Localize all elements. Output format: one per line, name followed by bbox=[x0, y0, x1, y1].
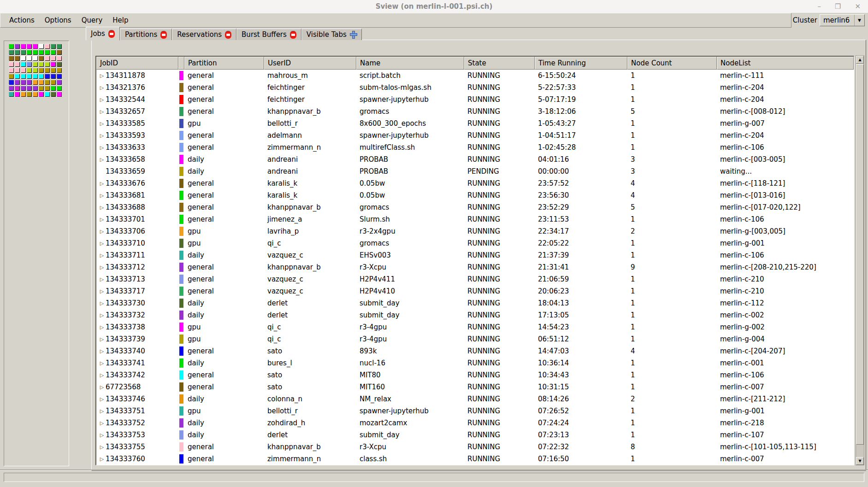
node-cell[interactable] bbox=[9, 56, 13, 60]
node-cell[interactable] bbox=[21, 50, 25, 54]
node-cell[interactable] bbox=[15, 56, 19, 60]
node-cell[interactable] bbox=[21, 86, 25, 90]
node-cell[interactable] bbox=[39, 50, 43, 54]
table-row[interactable]: ▷ 134333701 general jimenez_a Slurm.sh R… bbox=[96, 213, 854, 225]
node-cell[interactable] bbox=[33, 74, 37, 78]
node-cell[interactable] bbox=[39, 92, 43, 96]
node-cell[interactable] bbox=[39, 74, 43, 78]
node-cell[interactable] bbox=[33, 80, 37, 84]
node-cell[interactable] bbox=[45, 86, 49, 90]
node-cell[interactable] bbox=[27, 80, 31, 84]
node-cell[interactable] bbox=[15, 44, 19, 48]
column-header-name[interactable]: Name bbox=[356, 57, 464, 70]
node-cell[interactable] bbox=[45, 56, 49, 60]
minimize-icon[interactable]: – bbox=[817, 0, 821, 13]
node-cell[interactable] bbox=[27, 44, 31, 48]
scroll-down-icon[interactable]: ▼ bbox=[856, 457, 864, 465]
node-cell[interactable] bbox=[39, 86, 43, 90]
node-cell[interactable] bbox=[57, 56, 61, 60]
node-cell[interactable] bbox=[21, 62, 25, 66]
node-cell[interactable] bbox=[51, 86, 55, 90]
expander-icon[interactable]: ▷ bbox=[98, 73, 106, 79]
expander-icon[interactable]: ▷ bbox=[98, 336, 106, 342]
tab-burst-buffers[interactable]: Burst Buffers bbox=[236, 29, 301, 40]
table-row[interactable]: ▷ 134333751 gpu bellotti_r spawner-jupyt… bbox=[96, 405, 854, 417]
table-row[interactable]: ▷ 134333739 gpu qi_c r3-4gpu RUNNING 06:… bbox=[96, 333, 854, 345]
node-cell[interactable] bbox=[27, 62, 31, 66]
expander-icon[interactable]: ▷ bbox=[98, 181, 106, 187]
node-cell[interactable] bbox=[15, 74, 19, 78]
expander-icon[interactable]: ▷ bbox=[98, 241, 106, 246]
node-cell[interactable] bbox=[27, 56, 31, 60]
node-cell[interactable] bbox=[15, 50, 19, 54]
node-cell[interactable] bbox=[27, 68, 31, 72]
expander-icon[interactable]: ▷ bbox=[98, 205, 106, 211]
node-cell[interactable] bbox=[15, 80, 19, 84]
node-cell[interactable] bbox=[9, 80, 13, 84]
node-cell[interactable] bbox=[33, 92, 37, 96]
table-row[interactable]: ▷ 134333760 general zimmermann_n class.s… bbox=[96, 453, 854, 465]
tab-visible-tabs[interactable]: Visible Tabs bbox=[301, 29, 362, 40]
expander-icon[interactable]: ▷ bbox=[98, 133, 106, 139]
node-cell[interactable] bbox=[33, 56, 37, 60]
node-cell[interactable] bbox=[21, 68, 25, 72]
node-cell[interactable] bbox=[33, 62, 37, 66]
table-row[interactable]: ▷ 134333753 daily derlet submit_day RUNN… bbox=[96, 429, 854, 441]
node-cell[interactable] bbox=[27, 74, 31, 78]
node-cell[interactable] bbox=[57, 62, 61, 66]
table-row[interactable]: ▷ 134333755 general khanppnavar_b r3-Xcp… bbox=[96, 441, 854, 453]
close-icon[interactable]: ✕ bbox=[855, 0, 861, 13]
node-cell[interactable] bbox=[57, 86, 61, 90]
expander-icon[interactable]: ▷ bbox=[98, 312, 106, 318]
expander-icon[interactable]: ▷ bbox=[98, 109, 106, 115]
column-header-nodelist[interactable]: NodeList bbox=[717, 57, 854, 70]
tab-partitions[interactable]: Partitions bbox=[120, 29, 172, 40]
scrollbar-thumb[interactable] bbox=[856, 64, 864, 445]
table-row[interactable]: ▷ 134333681 general karalis_k 0.05bw RUN… bbox=[96, 189, 854, 201]
menu-item-options[interactable]: Options bbox=[40, 14, 77, 27]
expander-icon[interactable]: ▷ bbox=[98, 193, 106, 199]
expander-icon[interactable]: ▷ bbox=[98, 360, 106, 366]
menu-item-query[interactable]: Query bbox=[77, 14, 108, 27]
node-cell[interactable] bbox=[27, 92, 31, 96]
expander-icon[interactable]: ▷ bbox=[98, 145, 106, 151]
node-cell[interactable] bbox=[45, 62, 49, 66]
table-row[interactable]: ▷ 134333713 general vazquez_c H2P4v411 R… bbox=[96, 273, 854, 285]
node-cell[interactable] bbox=[39, 62, 43, 66]
table-row[interactable]: ▷ 134333732 daily derlet submit_day RUNN… bbox=[96, 309, 854, 321]
table-row[interactable]: ▷ 134333706 gpu lavriha_p r3-2x4gpu RUNN… bbox=[96, 225, 854, 237]
node-cell[interactable] bbox=[15, 92, 19, 96]
node-cell[interactable] bbox=[27, 50, 31, 54]
node-cell[interactable] bbox=[9, 92, 13, 96]
table-row[interactable]: ▷ 134333741 daily bures_l nucl-16 RUNNIN… bbox=[96, 357, 854, 369]
node-cell[interactable] bbox=[51, 44, 55, 48]
node-cell[interactable] bbox=[15, 86, 19, 90]
expander-icon[interactable]: ▷ bbox=[98, 217, 106, 223]
node-cell[interactable] bbox=[21, 92, 25, 96]
node-cell[interactable] bbox=[57, 92, 61, 96]
node-cell[interactable] bbox=[57, 50, 61, 54]
expander-icon[interactable]: ▷ bbox=[98, 348, 106, 354]
chevron-down-icon[interactable]: ▼ bbox=[854, 15, 864, 26]
table-row[interactable]: ▷ 134333633 general zimmermann_n multire… bbox=[96, 141, 854, 153]
node-cell[interactable] bbox=[39, 44, 43, 48]
expander-icon[interactable]: ▷ bbox=[98, 384, 106, 390]
table-row[interactable]: ▷ 134333740 general sato 893k RUNNING 14… bbox=[96, 345, 854, 357]
menu-item-actions[interactable]: Actions bbox=[4, 14, 40, 27]
expander-icon[interactable]: ▷ bbox=[98, 121, 106, 127]
node-cell[interactable] bbox=[45, 68, 49, 72]
table-row[interactable]: ▷ 134333717 general vazquez_c H2P4v410 R… bbox=[96, 285, 854, 297]
node-cell[interactable] bbox=[33, 68, 37, 72]
menu-item-help[interactable]: Help bbox=[107, 14, 133, 27]
expander-icon[interactable]: ▷ bbox=[98, 85, 106, 91]
node-cell[interactable] bbox=[9, 86, 13, 90]
node-cell[interactable] bbox=[39, 68, 43, 72]
node-cell[interactable] bbox=[51, 74, 55, 78]
node-cell[interactable] bbox=[33, 44, 37, 48]
expander-icon[interactable]: ▷ bbox=[98, 324, 106, 330]
table-row[interactable]: ▷ 134333593 general adelmann spawner-jup… bbox=[96, 129, 854, 141]
tab-reservations[interactable]: Reservations bbox=[172, 29, 236, 40]
table-row[interactable]: ▷ 67723568 general sato MIT160 RUNNING 1… bbox=[96, 381, 854, 393]
node-cell[interactable] bbox=[27, 86, 31, 90]
node-cell[interactable] bbox=[39, 56, 43, 60]
